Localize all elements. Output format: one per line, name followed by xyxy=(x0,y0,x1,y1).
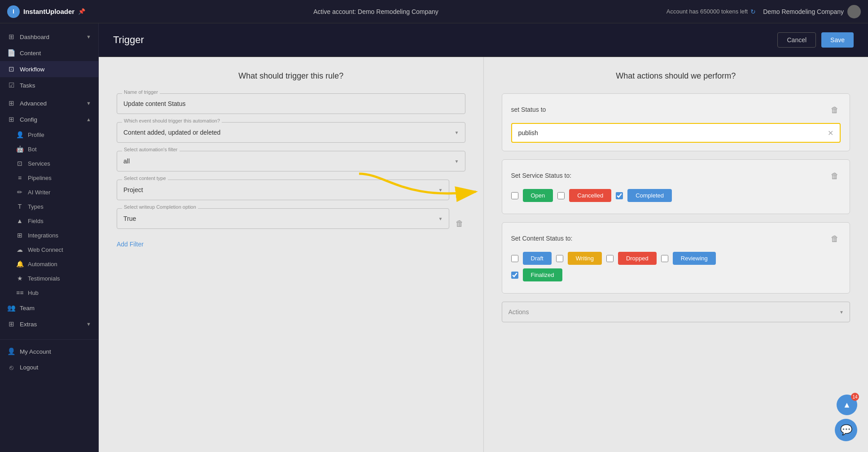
types-icon: T xyxy=(16,203,23,210)
set-status-card-header: set Status to 🗑 xyxy=(511,102,841,117)
topbar-right: Account has 650000 tokens left ↻ Demo Re… xyxy=(666,5,861,18)
dropped-status-button[interactable]: Dropped xyxy=(618,252,657,265)
select-filter-select[interactable]: all xyxy=(117,151,465,171)
content-status-label: Set Content Status to: xyxy=(511,235,573,242)
reviewing-checkbox[interactable] xyxy=(661,255,668,262)
sidebar-item-testimonials[interactable]: ★ Testimonials xyxy=(0,271,98,285)
writing-status-button[interactable]: Writing xyxy=(568,252,602,265)
completed-status-button[interactable]: Completed xyxy=(627,189,672,202)
delete-set-status-button[interactable]: 🗑 xyxy=(829,104,841,117)
content-status-card-header: Set Content Status to: 🗑 xyxy=(511,231,841,246)
select-writeup-select[interactable]: True xyxy=(117,208,449,229)
writing-checkbox[interactable] xyxy=(556,255,563,262)
draft-status-button[interactable]: Draft xyxy=(523,252,552,265)
cancel-button[interactable]: Cancel xyxy=(777,32,816,48)
sidebar-sub-label: Hub xyxy=(28,290,39,296)
sidebar-item-hub[interactable]: ≡≡ Hub xyxy=(0,285,98,300)
service-status-card-header: Set Service Status to: 🗑 xyxy=(511,168,841,183)
sidebar-sub-label: Types xyxy=(28,203,44,210)
sidebar-item-logout[interactable]: ⎋ Logout xyxy=(0,360,98,375)
set-status-card: set Status to 🗑 ✕ xyxy=(502,93,850,151)
sidebar-item-pipelines[interactable]: ≡ Pipelines xyxy=(0,171,98,185)
cancelled-checkbox[interactable] xyxy=(557,192,565,199)
sidebar-item-ai-writer[interactable]: ✏ AI Writer xyxy=(0,185,98,199)
select-content-type-select[interactable]: Project xyxy=(117,180,449,200)
sidebar-item-profile[interactable]: 👤 Profile xyxy=(0,127,98,142)
set-status-label: set Status to xyxy=(511,106,546,113)
app-logo[interactable]: I xyxy=(7,5,20,18)
delete-content-type-button[interactable]: 🗑 xyxy=(454,189,465,202)
select-writeup-wrapper: True xyxy=(117,208,449,229)
dashboard-icon: ⊞ xyxy=(7,33,15,41)
sidebar-sub-label: Automation xyxy=(28,261,57,268)
completed-checkbox[interactable] xyxy=(616,192,623,199)
clear-status-icon[interactable]: ✕ xyxy=(826,127,835,139)
sidebar-sub-label: Pipelines xyxy=(28,175,52,181)
sidebar-sub-label: Testimonials xyxy=(28,275,60,282)
right-panel: What actions should we perform? set Stat… xyxy=(484,57,868,452)
scroll-to-top-button[interactable]: ▲ 14 xyxy=(837,395,857,415)
sidebar-item-web-connect[interactable]: ☁ Web Connect xyxy=(0,242,98,257)
actions-dropdown[interactable]: Actions xyxy=(502,302,850,322)
open-checkbox[interactable] xyxy=(511,192,518,199)
notification-badge: 14 xyxy=(851,393,859,401)
pin-icon[interactable]: 📌 xyxy=(78,8,85,15)
hub-icon: ≡≡ xyxy=(16,289,23,296)
sidebar-item-extras[interactable]: ⊞ Extras ▼ xyxy=(0,316,98,332)
delete-content-status-button[interactable]: 🗑 xyxy=(829,233,841,246)
sidebar-sub-label: Integrations xyxy=(28,232,58,239)
name-of-trigger-label: Name of trigger xyxy=(122,89,160,95)
sidebar-item-workflow[interactable]: ⊡ Workflow xyxy=(0,61,98,77)
select-content-type-wrapper: Project xyxy=(117,180,449,200)
config-icon: ⊞ xyxy=(7,115,15,123)
which-event-select[interactable]: Content added, updated or deleted xyxy=(117,122,465,143)
sidebar-item-config[interactable]: ⊞ Config ▲ xyxy=(0,111,98,127)
status-input-wrapper: ✕ xyxy=(511,123,841,143)
topbar-left: I InstantUploader 📌 xyxy=(7,5,85,18)
select-writeup-label: Select writeup Completion option xyxy=(122,204,198,210)
sidebar-item-bot[interactable]: 🤖 Bot xyxy=(0,142,98,156)
open-status-button[interactable]: Open xyxy=(523,189,553,202)
sidebar-item-integrations[interactable]: ⊞ Integrations xyxy=(0,228,98,242)
sidebar-item-advanced[interactable]: ⊞ Advanced ▼ xyxy=(0,95,98,111)
sidebar-item-types[interactable]: T Types xyxy=(0,199,98,214)
cancelled-status-button[interactable]: Cancelled xyxy=(569,189,611,202)
name-of-trigger-group: Name of trigger xyxy=(117,93,465,114)
add-filter-button[interactable]: Add Filter xyxy=(117,239,144,250)
sidebar-item-automation[interactable]: 🔔 Automation xyxy=(0,257,98,271)
reviewing-status-button[interactable]: Reviewing xyxy=(673,252,716,265)
sidebar-item-services[interactable]: ⊡ Services xyxy=(0,156,98,171)
save-button[interactable]: Save xyxy=(821,32,854,48)
sidebar-item-label: Dashboard xyxy=(20,34,49,40)
writeup-row: Select writeup Completion option True 🗑 xyxy=(117,208,465,237)
delete-writeup-button[interactable]: 🗑 xyxy=(454,217,465,230)
which-event-select-wrapper: Content added, updated or deleted xyxy=(117,122,465,143)
sidebar-item-my-account[interactable]: 👤 My Account xyxy=(0,343,98,360)
refresh-icon[interactable]: ↻ xyxy=(750,8,756,15)
name-of-trigger-input[interactable] xyxy=(117,93,465,114)
finalized-status-button[interactable]: Finalized xyxy=(523,268,562,281)
sidebar-item-fields[interactable]: ▲ Fields xyxy=(0,214,98,228)
sidebar-item-content[interactable]: 📄 Content xyxy=(0,45,98,61)
sidebar-item-team[interactable]: 👥 Team xyxy=(0,300,98,316)
sidebar-item-label: Team xyxy=(20,305,35,312)
sidebar-item-label: Workflow xyxy=(20,66,44,73)
chat-bubble-button[interactable]: 💬 xyxy=(835,419,857,441)
chat-icon: 💬 xyxy=(840,424,852,436)
draft-checkbox[interactable] xyxy=(511,255,518,262)
left-panel-heading: What should trigger this rule? xyxy=(117,71,465,81)
sidebar-item-label: Logout xyxy=(20,364,38,371)
active-account-label: Active account: Demo Remodeling Company xyxy=(313,8,438,15)
finalized-checkbox[interactable] xyxy=(511,272,518,279)
delete-service-status-button[interactable]: 🗑 xyxy=(829,170,841,183)
service-status-card: Set Service Status to: 🗑 Open Cancelled … xyxy=(502,159,850,214)
company-selector[interactable]: Demo Remodeling Company xyxy=(763,5,861,18)
status-input[interactable] xyxy=(517,124,826,142)
service-status-label: Set Service Status to: xyxy=(511,172,572,179)
sidebar-item-dashboard[interactable]: ⊞ Dashboard ▼ xyxy=(0,29,98,45)
sidebar-item-tasks[interactable]: ☑ Tasks xyxy=(0,77,98,93)
sidebar-item-label: Content xyxy=(20,50,41,57)
fields-icon: ▲ xyxy=(16,217,23,224)
workflow-icon: ⊡ xyxy=(7,65,15,73)
dropped-checkbox[interactable] xyxy=(606,255,614,262)
